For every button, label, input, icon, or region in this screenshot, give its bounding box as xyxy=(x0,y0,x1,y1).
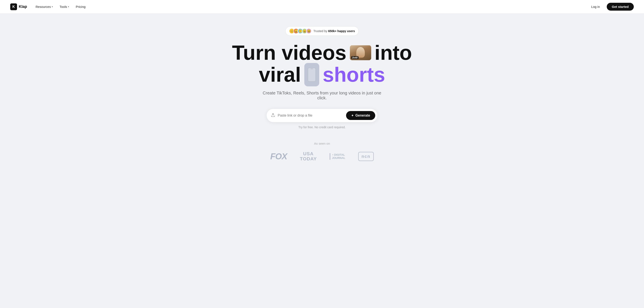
input-area: ✦ Generate xyxy=(267,109,377,122)
nav-item-resources[interactable]: Resources ▾ xyxy=(36,5,53,8)
logos-row: FOX USATODAY ▪ DIGITALJOURNAL ncn xyxy=(270,151,374,161)
hero-subtitle: Create TikToks, Reels, Shorts from your … xyxy=(258,91,386,100)
svg-rect-1 xyxy=(310,68,313,69)
trust-badge: 😊 😄 🙂 😀 😃 Trusted by 650k+ happy users xyxy=(285,26,358,36)
chevron-down-icon: ▾ xyxy=(52,5,53,8)
sparkle-icon: ✦ xyxy=(351,114,354,117)
logo-icon: K xyxy=(10,3,17,10)
nav-links: Resources ▾ Tools ▾ Pricing xyxy=(36,5,86,8)
upload-icon xyxy=(271,113,275,118)
hero-text-turn-videos: Turn videos xyxy=(232,42,346,63)
hero-headline: Turn videos 2h49 into viral shorts xyxy=(232,42,412,86)
trust-text: Trusted by 650k+ happy users xyxy=(313,29,355,33)
avatar-group: 😊 😄 🙂 😀 😃 xyxy=(289,28,312,34)
hero-text-viral: viral xyxy=(259,64,301,85)
nav-item-tools[interactable]: Tools ▾ xyxy=(60,5,69,8)
fox-logo: FOX xyxy=(270,152,287,161)
generate-button[interactable]: ✦ Generate xyxy=(346,111,375,120)
usatoday-logo: USATODAY xyxy=(300,151,317,161)
main-content: 😊 😄 🙂 😀 😃 Trusted by 650k+ happy users T… xyxy=(0,13,644,174)
navbar-left: K Klap Resources ▾ Tools ▾ Pricing xyxy=(10,3,86,10)
nav-link-resources[interactable]: Resources ▾ xyxy=(36,5,53,8)
navbar-right: Log in Get started xyxy=(588,3,634,11)
nav-link-tools[interactable]: Tools ▾ xyxy=(60,5,69,8)
free-text: Try for free. No credit card required. xyxy=(298,125,346,129)
as-seen-on: As seen on FOX USATODAY ▪ DIGITALJOURNAL… xyxy=(226,142,418,161)
hero-text-shorts: shorts xyxy=(323,64,385,85)
avatar: 😃 xyxy=(306,28,312,34)
chevron-down-icon: ▾ xyxy=(68,5,69,8)
url-input[interactable] xyxy=(278,114,346,117)
video-time-badge: 2h49 xyxy=(351,56,359,59)
as-seen-label: As seen on xyxy=(314,142,330,145)
login-button[interactable]: Log in xyxy=(588,3,603,10)
nav-item-pricing[interactable]: Pricing xyxy=(76,5,86,8)
phone-icon xyxy=(304,63,319,86)
navbar: K Klap Resources ▾ Tools ▾ Pricing xyxy=(0,0,644,13)
hero-text-into: into xyxy=(374,42,412,63)
get-started-button[interactable]: Get started xyxy=(607,3,634,11)
ncn-logo: ncn xyxy=(358,152,374,161)
digital-journal-logo: ▪ DIGITALJOURNAL xyxy=(330,153,346,160)
logo-text: Klap xyxy=(19,4,27,9)
nav-link-pricing[interactable]: Pricing xyxy=(76,5,86,8)
hero-line-1: Turn videos 2h49 into xyxy=(232,42,412,63)
video-thumbnail: 2h49 xyxy=(350,45,371,60)
svg-rect-0 xyxy=(308,68,316,81)
logo[interactable]: K Klap xyxy=(10,3,27,10)
hero-line-2: viral shorts xyxy=(232,63,412,86)
